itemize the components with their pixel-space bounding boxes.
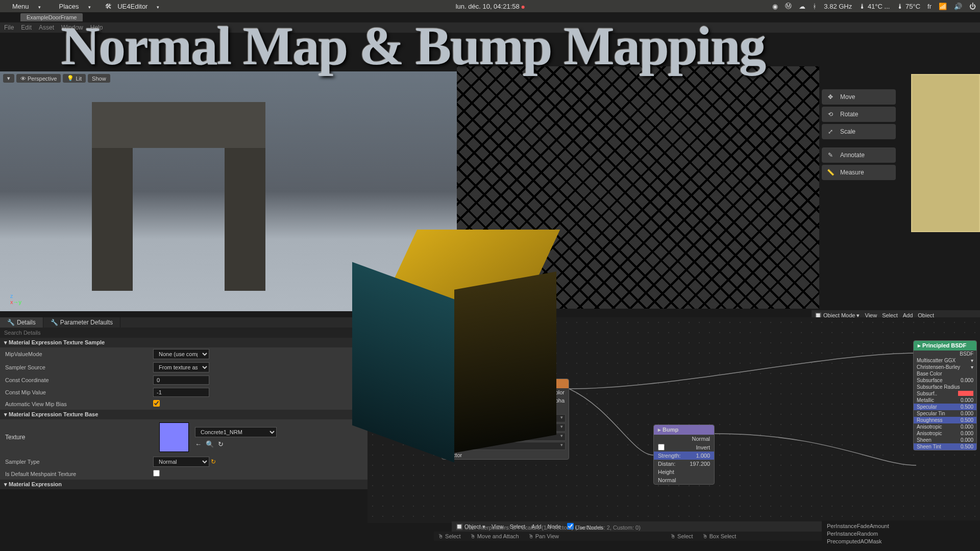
label-samplertype: Sampler Type [5, 459, 153, 465]
menu-button[interactable]: Menu▾ [4, 2, 49, 11]
bsdf-param[interactable]: Metallic0.000 [914, 397, 976, 404]
bump-node[interactable]: ▸ Bump Normal Invert Strength:1.000 Dist… [653, 424, 715, 485]
app-menubar: File Edit Asset Window Help [0, 22, 980, 33]
input-normal[interactable]: Normal [658, 477, 676, 483]
list-item[interactable]: PerInstanceRandom [827, 530, 975, 538]
lang-indicator[interactable]: fr [927, 3, 932, 10]
search-details-input[interactable] [0, 328, 368, 338]
tool-rotate[interactable]: ⟲Rotate [822, 107, 896, 122]
bsdf-param[interactable]: Sheen Tint0.500 [914, 443, 976, 450]
samplersource-select[interactable]: From texture asset [153, 362, 209, 372]
extension-select[interactable] [445, 433, 566, 441]
bsdf-param[interactable]: Specular Tin0.000 [914, 410, 976, 417]
interpolator-info: User interpolators: 2/4 Scalars (1/4 Vec… [464, 524, 641, 531]
label-samplersource: Sampler Source [5, 364, 153, 370]
sss-method-select[interactable]: Christensen-Burley▾ [914, 364, 976, 370]
samplertype-select[interactable]: Normal [153, 457, 209, 467]
label-constcoord: Const Coordinate [5, 377, 153, 383]
output-color[interactable]: Color [551, 389, 565, 395]
constmip-input[interactable] [153, 388, 209, 397]
texture-asset-select[interactable]: Concrete1_NRM [195, 427, 277, 437]
app-indicator[interactable]: 🛠 UE4Editor▾ [101, 2, 168, 11]
reset-icon[interactable]: ↻ [211, 458, 216, 465]
tool-scale[interactable]: ⤢Scale [822, 124, 896, 139]
node-header[interactable] [442, 379, 569, 388]
strength-field[interactable]: Strength:1.000 [654, 452, 714, 460]
ue4-3d-viewport[interactable]: zx→y [0, 71, 457, 311]
outliner-panel: PerInstanceFadeAmount PerInstanceRandom … [822, 520, 980, 551]
colorspace-select[interactable] [445, 442, 566, 450]
section-header[interactable]: ▾ Material Expression Texture Sample [0, 338, 368, 347]
reset-asset-icon[interactable]: ↻ [218, 440, 224, 448]
tray-icon[interactable]: ◉ [772, 3, 778, 10]
list-item[interactable]: PerInstanceFadeAmount [827, 522, 975, 530]
section-header[interactable]: ▾ Material Expression Texture Base [0, 410, 368, 419]
tray-icon[interactable]: ☁ [799, 3, 805, 10]
tool-move[interactable]: ✥Move [822, 89, 896, 105]
node-header[interactable]: ▸ Bump [654, 425, 714, 435]
open-icon[interactable]: 📁 [454, 406, 461, 412]
tray-icon[interactable]: Ⓜ [785, 2, 792, 11]
show-button[interactable]: Show [88, 74, 110, 83]
distribution-select[interactable]: Multiscatter GGX▾ [914, 357, 976, 364]
input-height[interactable]: Height [658, 469, 674, 475]
bsdf-param[interactable]: Roughness0.500 [914, 417, 976, 423]
tab-exampledoorframe[interactable]: ExampleDoorFrame [20, 13, 83, 21]
distance-field[interactable]: Distan:197.200 [654, 460, 714, 468]
perspective-button[interactable]: 👁 Perspective [16, 74, 61, 83]
document-tabs: ExampleDoorFrame [0, 12, 83, 22]
viewport-dropdown[interactable]: ▾ [3, 74, 14, 83]
blender-3d-viewport[interactable] [457, 66, 819, 309]
places-button[interactable]: Places▾ [51, 2, 99, 11]
interp-select[interactable] [445, 414, 566, 422]
projection-select[interactable] [445, 423, 566, 432]
tool-annotate[interactable]: ✎Annotate [822, 147, 896, 163]
output-bsdf[interactable]: BSDF [960, 351, 973, 357]
rotate-icon: ⟲ [826, 110, 835, 119]
list-item[interactable]: PrecomputedAOMask [827, 538, 975, 545]
mipvaluemode-select[interactable]: None (use computed mip level) [153, 349, 209, 359]
section-header[interactable]: ▾ Material Expression [0, 480, 368, 489]
bsdf-param[interactable]: Anisotropic0.000 [914, 423, 976, 430]
volume-icon[interactable]: 🔊 [954, 3, 962, 10]
bsdf-param[interactable]: Subsurface Radius [914, 384, 976, 390]
uv-image-panel[interactable] [911, 74, 980, 232]
bsdf-param[interactable]: Subsurf.. [914, 390, 976, 397]
tab-details[interactable]: 🔧 Details [0, 317, 43, 328]
unlink-icon[interactable]: ✕ [463, 406, 468, 412]
power-icon[interactable]: ⏻ [969, 3, 976, 10]
label-mipvaluemode: MipValueMode [5, 351, 153, 357]
network-icon[interactable]: 📶 [939, 3, 947, 10]
constcoord-input[interactable] [153, 375, 209, 385]
bsdf-param[interactable]: Subsurface0.000 [914, 377, 976, 384]
bluetooth-icon[interactable]: ᚼ [813, 3, 817, 10]
defaultmesh-checkbox[interactable] [153, 470, 160, 477]
menu-asset[interactable]: Asset [39, 24, 54, 31]
bsdf-param[interactable]: Anisotropic0.000 [914, 430, 976, 437]
texture-thumbnail[interactable] [159, 422, 189, 452]
node-editor[interactable]: Color Alpha 🖼 📁 ✕ Vector ▸ Bump Normal I… [368, 317, 980, 523]
tab-parameter-defaults[interactable]: 🔧 Parameter Defaults [43, 317, 120, 328]
automip-checkbox[interactable] [153, 400, 160, 407]
image-texture-node[interactable]: Color Alpha 🖼 📁 ✕ Vector [442, 379, 569, 460]
principled-bsdf-node[interactable]: ▸ Principled BSDF BSDF Multiscatter GGX▾… [913, 340, 977, 450]
node-header[interactable]: ▸ Principled BSDF [914, 341, 976, 350]
menu-window[interactable]: Window [61, 24, 83, 31]
input-vector[interactable]: Vector [446, 452, 462, 458]
image-icon[interactable]: 🖼 [446, 406, 452, 412]
output-normal[interactable]: Normal [692, 436, 710, 442]
bsdf-param[interactable]: Specular0.500 [914, 404, 976, 410]
output-alpha[interactable]: Alpha [550, 397, 565, 404]
tool-measure[interactable]: 📏Measure [822, 165, 896, 180]
bsdf-param[interactable]: Base Color [914, 370, 976, 377]
menu-edit[interactable]: Edit [21, 24, 32, 31]
invert-checkbox[interactable] [658, 444, 665, 450]
menu-file[interactable]: File [4, 24, 14, 31]
use-asset-icon[interactable]: ← [195, 440, 202, 448]
browse-asset-icon[interactable]: 🔍 [206, 440, 214, 448]
menu-help[interactable]: Help [90, 24, 103, 31]
tool-panel: ✥Move ⟲Rotate ⤢Scale ✎Annotate 📏Measure [822, 89, 896, 180]
lit-button[interactable]: 💡 Lit [63, 74, 86, 83]
bsdf-param[interactable]: Sheen0.000 [914, 437, 976, 443]
label-texture: Texture [5, 434, 153, 441]
